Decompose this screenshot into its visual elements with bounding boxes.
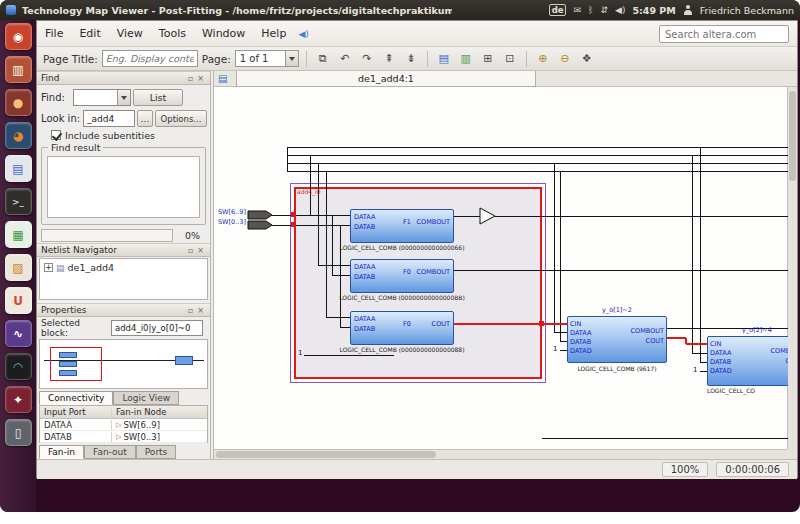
logic-cell-sum1[interactable]: DATAA DATAB F1 COMBOUT <box>350 209 454 243</box>
logic-cell-y2[interactable]: CIN DATAA DATAB DATAD COMBOUT COUT <box>707 336 788 386</box>
back-button[interactable]: ↶ <box>336 50 354 68</box>
calc-icon: ▦ <box>12 228 23 242</box>
mail-icon[interactable]: ✉ <box>573 5 581 15</box>
vertical-scrollbar[interactable] <box>787 87 797 449</box>
float-panel-icon[interactable]: ▫ <box>186 306 195 315</box>
launcher-icon-files[interactable]: ▥ <box>5 56 32 83</box>
output-pin-icon: ▷ <box>116 421 121 429</box>
indicator-area: de ✉ ᛒ ⇵ ◀) 5:49 PM Friedrich Beckmann <box>549 0 794 20</box>
include-subentities-checkbox[interactable] <box>51 130 61 140</box>
table-row[interactable]: DATAA ▷SW[6..9] <box>40 419 207 431</box>
launcher-icon-player[interactable]: ◠ <box>5 353 32 380</box>
grid-button[interactable]: ⊞ <box>479 50 497 68</box>
subentities-row: Include subentities <box>37 129 210 141</box>
launcher-icon-firefox[interactable]: ◕ <box>5 122 32 149</box>
cell-caption: LOGIC_CELL_CO <box>707 388 788 394</box>
canvas-tab-label: de1_add4:1 <box>358 73 414 84</box>
horizontal-scrollbar[interactable] <box>214 449 788 459</box>
launcher-icon-dash[interactable]: ◉ <box>5 23 32 50</box>
preview-thumbnail[interactable] <box>39 339 208 389</box>
canvas-tab[interactable]: de1_add4:1 <box>236 71 536 87</box>
volume-icon[interactable]: ◀) <box>615 5 625 15</box>
select-tool-button[interactable]: ⊡ <box>501 50 519 68</box>
launcher-icon-trash[interactable]: ▯ <box>5 419 32 446</box>
menu-file[interactable]: File <box>37 27 71 40</box>
close-panel-icon[interactable]: × <box>195 246 206 255</box>
input-pin-label[interactable]: SW[6..9] <box>216 209 246 216</box>
export-page-button[interactable]: ▥ <box>457 50 475 68</box>
schematic-drawing-area[interactable]: add4_i0 <box>214 87 788 449</box>
ubuntu-one-icon: U <box>13 294 23 308</box>
zoom-out-button[interactable]: ⊖ <box>556 50 574 68</box>
cell-node-name: SW[0..3] <box>123 432 160 442</box>
logic-cell-carry[interactable]: DATAA DATAB F0 COUT <box>350 311 454 345</box>
forward-button[interactable]: ↷ <box>358 50 376 68</box>
fit-view-button[interactable]: ❖ <box>578 50 596 68</box>
menu-edit[interactable]: Edit <box>71 27 108 40</box>
vertical-scrollbar-thumb[interactable] <box>789 91 796 181</box>
tab-fan-in[interactable]: Fan-in <box>39 445 84 459</box>
launcher-icon-document-viewer[interactable]: ▤ <box>5 155 32 182</box>
launcher-icon-audacity[interactable]: ∿ <box>5 320 32 347</box>
options-button[interactable]: Options... <box>155 110 207 127</box>
bluetooth-icon[interactable]: ᛒ <box>588 5 593 15</box>
tree-expander-icon[interactable]: + <box>44 263 53 272</box>
detach-window-button[interactable]: ⧉ <box>314 50 332 68</box>
launcher-icon-tool[interactable]: ✦ <box>5 386 32 413</box>
panel-tab-bar: Connectivity Logic View <box>39 391 179 405</box>
search-input[interactable] <box>659 25 789 43</box>
cell-port-out: COUT <box>432 321 450 328</box>
col-input-port: Input Port <box>40 407 112 417</box>
menu-help[interactable]: Help <box>253 27 294 40</box>
keyboard-indicator[interactable]: de <box>549 4 567 16</box>
launcher-icon-libreoffice-calc[interactable]: ▦ <box>5 221 32 248</box>
close-panel-icon[interactable]: × <box>195 306 206 315</box>
find-result-label: Find result <box>48 142 103 153</box>
page-title-input[interactable] <box>102 50 198 67</box>
username[interactable]: Friedrich Beckmann <box>700 5 794 16</box>
input-pin-label[interactable]: SW[0..3] <box>216 219 246 226</box>
tab-connectivity[interactable]: Connectivity <box>39 391 113 405</box>
float-panel-icon[interactable]: ▫ <box>186 74 195 83</box>
page-select[interactable]: 1 of 1 <box>235 50 299 67</box>
table-row[interactable]: DATAB ▷SW[0..3] <box>40 431 207 443</box>
menu-window[interactable]: Window <box>194 27 253 40</box>
launcher-icon-ubuntu-one[interactable]: U <box>5 287 32 314</box>
float-panel-icon[interactable]: ▫ <box>186 246 195 255</box>
tab-fan-out[interactable]: Fan-out <box>84 445 136 459</box>
cell-caption: LOGIC_CELL_COMB (00000000000000BB) <box>320 295 484 301</box>
list-button[interactable]: List <box>133 89 183 106</box>
tab-logic-view[interactable]: Logic View <box>113 391 179 405</box>
find-combobox[interactable] <box>73 89 131 106</box>
browse-button[interactable]: ... <box>137 110 153 127</box>
logic-cell-sum0[interactable]: DATAA DATAB F0 COMBOUT <box>350 259 454 293</box>
find-result-list[interactable] <box>47 156 200 218</box>
selected-block-input[interactable] <box>111 320 203 336</box>
horizontal-scrollbar-thumb[interactable] <box>216 451 436 458</box>
col-fanin-node: Fan-in Node <box>112 407 207 417</box>
feedback-icon[interactable]: ◀) <box>298 29 308 39</box>
netlist-page-button[interactable]: ▤ <box>435 50 453 68</box>
menu-tools[interactable]: Tools <box>151 27 194 40</box>
toolbar-separator <box>526 51 527 67</box>
launcher-icon-libreoffice-impress[interactable]: ▨ <box>5 254 32 281</box>
menu-view[interactable]: View <box>109 27 151 40</box>
launcher-icon-terminal[interactable]: >_ <box>5 188 32 215</box>
page-down-button[interactable]: ⇟ <box>402 50 420 68</box>
elapsed-time: 0:00:00:06 <box>716 462 789 477</box>
tab-ports[interactable]: Ports <box>136 445 177 459</box>
clock[interactable]: 5:49 PM <box>632 5 675 16</box>
zoom-in-button[interactable]: ⊕ <box>534 50 552 68</box>
page-up-button[interactable]: ⇞ <box>380 50 398 68</box>
network-icon[interactable]: ⇵ <box>600 5 608 15</box>
launcher-icon-software[interactable]: ● <box>5 89 32 116</box>
schematic-canvas: ▤ de1_add4:1 add4_i0 <box>213 71 797 459</box>
cell-port-dataa: DATAA <box>354 264 375 271</box>
close-panel-icon[interactable]: × <box>195 74 206 83</box>
cell-port-datab: DATAB <box>354 224 375 231</box>
tree-item[interactable]: + ▤ de1_add4 <box>40 259 207 273</box>
cell-port-combout: COMBOUT <box>771 348 788 355</box>
logic-cell-y1[interactable]: CIN DATAA DATAB DATAD COMBOUT COUT <box>567 316 667 363</box>
constant-one: 1 <box>693 367 697 374</box>
look-in-input[interactable] <box>83 110 135 127</box>
